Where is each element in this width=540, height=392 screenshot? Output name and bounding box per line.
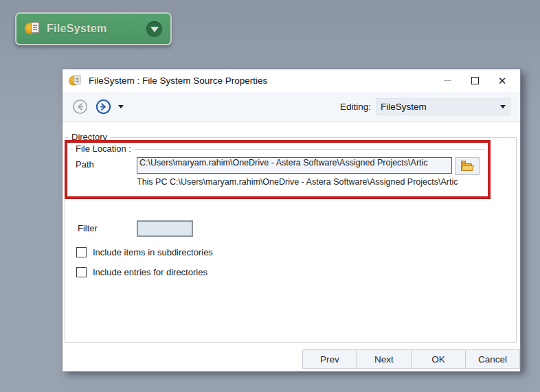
- include-subdirectories-option[interactable]: Include items in subdirectories: [76, 247, 213, 257]
- file-location-label: File Location :: [73, 143, 134, 154]
- file-system-source-properties-dialog: FileSystem : File System Source Properti…: [62, 69, 521, 371]
- filesystem-doc-icon: [25, 21, 40, 36]
- editing-object-value: FileSystem: [381, 102, 427, 112]
- forward-button[interactable]: [95, 99, 111, 115]
- close-button[interactable]: ✕: [488, 71, 516, 91]
- maximize-icon: [471, 77, 479, 84]
- browse-folder-button[interactable]: [455, 157, 480, 175]
- dialog-toolbar: Editing: FileSystem: [63, 92, 520, 122]
- next-button[interactable]: Next: [357, 349, 412, 369]
- dialog-content: Directory File Location : Path C:\Users\…: [63, 122, 520, 371]
- maximize-button[interactable]: [461, 71, 488, 91]
- filesystem-doc-icon: [69, 74, 81, 87]
- directory-group: Directory File Location : Path C:\Users\…: [65, 137, 517, 343]
- dialog-titlebar[interactable]: FileSystem : File System Source Properti…: [63, 69, 520, 92]
- path-input[interactable]: C:\Users\maryam.rahim\OneDrive - Astera …: [137, 157, 452, 174]
- ok-button[interactable]: OK: [411, 349, 466, 369]
- editing-object-select[interactable]: FileSystem: [376, 98, 510, 115]
- editing-section: Editing: FileSystem: [340, 98, 510, 115]
- dialog-footer: Prev Next OK Cancel: [63, 349, 520, 370]
- minimize-button[interactable]: [434, 71, 461, 91]
- checkbox-icon[interactable]: [76, 247, 87, 257]
- window-controls: ✕: [434, 71, 516, 91]
- checkbox-label: Include entries for directories: [93, 267, 207, 277]
- folder-icon: [461, 162, 473, 171]
- dialog-title: FileSystem : File System Source Properti…: [89, 76, 267, 86]
- path-label: Path: [76, 159, 94, 170]
- node-dropdown-button[interactable]: [146, 21, 162, 37]
- checkbox-label: Include items in subdirectories: [93, 247, 213, 257]
- checkbox-icon[interactable]: [76, 267, 87, 277]
- minimize-icon: [444, 80, 451, 81]
- chevron-down-icon: [150, 27, 159, 32]
- red-highlight-box: File Location : Path C:\Users\maryam.rah…: [65, 140, 491, 199]
- prev-button[interactable]: Prev: [302, 349, 357, 369]
- node-label: FileSystem: [47, 23, 106, 35]
- resolved-path-text: This PC C:\Users\maryam.rahim\OneDrive -…: [137, 177, 488, 187]
- filter-input[interactable]: [137, 220, 193, 237]
- filter-label: Filter: [78, 223, 98, 233]
- close-icon: ✕: [498, 76, 507, 86]
- chevron-down-icon: [500, 105, 506, 108]
- filesystem-node[interactable]: FileSystem: [15, 12, 172, 45]
- editing-label: Editing:: [340, 102, 371, 112]
- cancel-button[interactable]: Cancel: [465, 349, 520, 369]
- forward-dropdown-chevron-down-icon[interactable]: [118, 105, 124, 108]
- back-button[interactable]: [72, 99, 88, 115]
- include-directory-entries-option[interactable]: Include entries for directories: [76, 267, 207, 277]
